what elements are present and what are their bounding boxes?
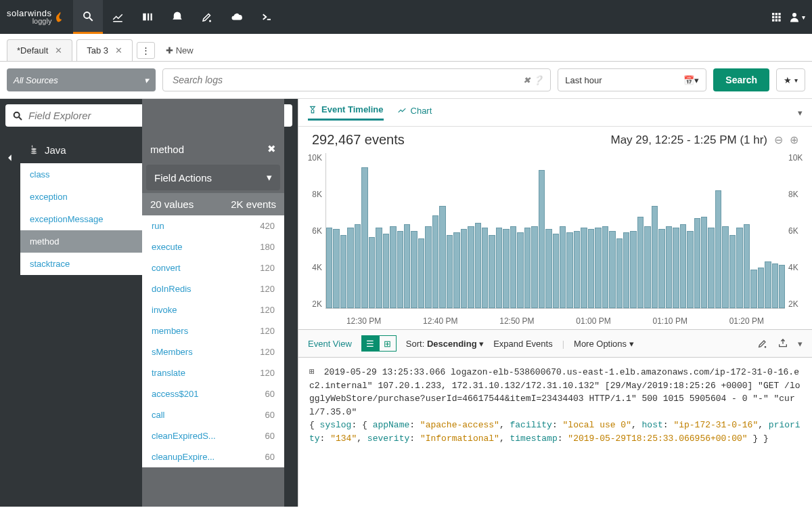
chart-bar[interactable]: [595, 228, 601, 308]
chart-bar[interactable]: [701, 217, 707, 308]
sort-dropdown[interactable]: Sort: Descending ▾: [406, 339, 484, 349]
value-row[interactable]: members120: [142, 320, 284, 341]
chart-bar[interactable]: [744, 224, 750, 308]
favorites-button[interactable]: ★ ▾: [776, 68, 805, 91]
value-row[interactable]: translate120: [142, 362, 284, 383]
chart-bar[interactable]: [404, 224, 410, 308]
value-row[interactable]: access$20160: [142, 383, 284, 404]
chart-bar[interactable]: [673, 228, 679, 308]
tab-options-icon[interactable]: ⋮: [137, 42, 155, 59]
chart-bar[interactable]: [736, 228, 742, 308]
search-button[interactable]: Search: [713, 68, 769, 91]
clear-search-icon[interactable]: ✖: [523, 75, 531, 85]
event-menu-icon[interactable]: ▾: [798, 339, 803, 349]
chart-bar[interactable]: [482, 228, 488, 308]
tab-default[interactable]: *Default ✕: [7, 39, 72, 61]
tool-icon-1[interactable]: [757, 338, 768, 349]
apps-icon[interactable]: [771, 12, 782, 22]
value-row[interactable]: convert120: [142, 257, 284, 278]
log-entry[interactable]: ⊞ 2019-05-29 13:25:33.066 logazon-elb-53…: [309, 366, 801, 445]
chart-bar[interactable]: [609, 231, 615, 309]
chart-bar[interactable]: [397, 231, 403, 309]
chart-bar[interactable]: [347, 228, 353, 308]
cloud-nav-icon[interactable]: [222, 0, 252, 34]
chart-bar[interactable]: [517, 232, 523, 308]
sources-dropdown[interactable]: All Sources ▾: [7, 68, 156, 91]
field-method[interactable]: method: [20, 230, 142, 253]
chart-bar[interactable]: [758, 268, 764, 308]
tab-3[interactable]: Tab 3 ✕: [76, 39, 133, 61]
chart-bar[interactable]: [418, 238, 424, 308]
chart-bar[interactable]: [531, 226, 537, 308]
chart-bar[interactable]: [658, 229, 664, 308]
chart-bar[interactable]: [453, 232, 459, 308]
chart-bar[interactable]: [687, 231, 693, 309]
field-stacktrace[interactable]: stacktrace: [20, 253, 142, 275]
chart-bar[interactable]: [461, 229, 467, 308]
chart-bar[interactable]: [524, 228, 531, 308]
user-menu-icon[interactable]: ▾: [788, 11, 805, 23]
zoom-out-icon[interactable]: ⊖: [774, 133, 783, 146]
chart-bar[interactable]: [772, 263, 778, 308]
chart-bar[interactable]: [489, 235, 495, 308]
chart-bar[interactable]: [722, 226, 728, 308]
chart-bar[interactable]: [432, 215, 438, 308]
terminal-nav-icon[interactable]: [252, 0, 281, 34]
list-view-icon[interactable]: ☰: [361, 335, 379, 352]
value-row[interactable]: invoke120: [142, 299, 284, 320]
more-options-dropdown[interactable]: More Options ▾: [574, 339, 634, 349]
chart-bar[interactable]: [355, 224, 361, 308]
chart-bar[interactable]: [475, 223, 481, 308]
value-row[interactable]: doInRedis120: [142, 278, 284, 299]
event-view-label[interactable]: Event View: [308, 339, 352, 349]
chart-bar[interactable]: [715, 190, 721, 308]
chart-bar[interactable]: [439, 206, 445, 308]
search-nav-icon[interactable]: [73, 0, 103, 34]
edit-nav-icon[interactable]: [192, 0, 222, 34]
chart-bar[interactable]: [750, 270, 757, 308]
chart-bar[interactable]: [340, 235, 346, 308]
new-tab-button[interactable]: ✚ New: [159, 41, 200, 60]
chart-bar[interactable]: [560, 226, 566, 308]
alerts-nav-icon[interactable]: [162, 0, 192, 34]
chart-bar[interactable]: [376, 228, 382, 308]
chart-bar[interactable]: [425, 226, 431, 308]
chart-bar[interactable]: [588, 229, 594, 308]
chart-bar[interactable]: [644, 226, 650, 308]
close-icon[interactable]: ✕: [55, 45, 62, 56]
chart-bar[interactable]: [779, 265, 785, 308]
time-range-dropdown[interactable]: Last hour 📅▾: [558, 68, 706, 91]
chart-bar[interactable]: [616, 238, 623, 308]
value-row[interactable]: execute180: [142, 236, 284, 257]
chart-bar[interactable]: [652, 206, 658, 308]
search-input[interactable]: [170, 69, 523, 91]
chart-bar[interactable]: [694, 218, 700, 308]
zoom-in-icon[interactable]: ⊕: [790, 133, 798, 146]
value-row[interactable]: call60: [142, 404, 284, 425]
field-actions-dropdown[interactable]: Field Actions ▾: [146, 165, 280, 190]
chart-bar[interactable]: [630, 231, 636, 309]
chart-bar[interactable]: [680, 224, 686, 308]
chart-bar[interactable]: [553, 234, 559, 308]
chart-nav-icon[interactable]: [103, 0, 133, 34]
value-row[interactable]: sMembers120: [142, 341, 284, 362]
chart-bar[interactable]: [496, 228, 502, 308]
close-icon[interactable]: ✕: [115, 45, 122, 56]
chart-bar[interactable]: [510, 226, 516, 308]
chart-bar[interactable]: [503, 229, 509, 308]
grid-view-icon[interactable]: ⊞: [379, 335, 397, 352]
chart-bars[interactable]: [325, 153, 785, 309]
chart-bar[interactable]: [602, 226, 608, 308]
chart-bar[interactable]: [545, 229, 551, 308]
field-exception[interactable]: exception: [20, 186, 142, 208]
chart-bar[interactable]: [468, 226, 474, 308]
log-events-area[interactable]: ⊞ 2019-05-29 13:25:33.066 logazon-elb-53…: [298, 358, 812, 507]
chart-bar[interactable]: [333, 229, 339, 308]
chart-menu-icon[interactable]: ▾: [798, 108, 803, 118]
chart-bar[interactable]: [361, 167, 367, 308]
chart-bar[interactable]: [637, 217, 644, 308]
chart-bar[interactable]: [765, 261, 771, 308]
java-category-header[interactable]: Java: [20, 136, 142, 163]
collapse-panel-icon[interactable]: [0, 99, 20, 507]
tab-chart[interactable]: Chart: [397, 106, 432, 120]
